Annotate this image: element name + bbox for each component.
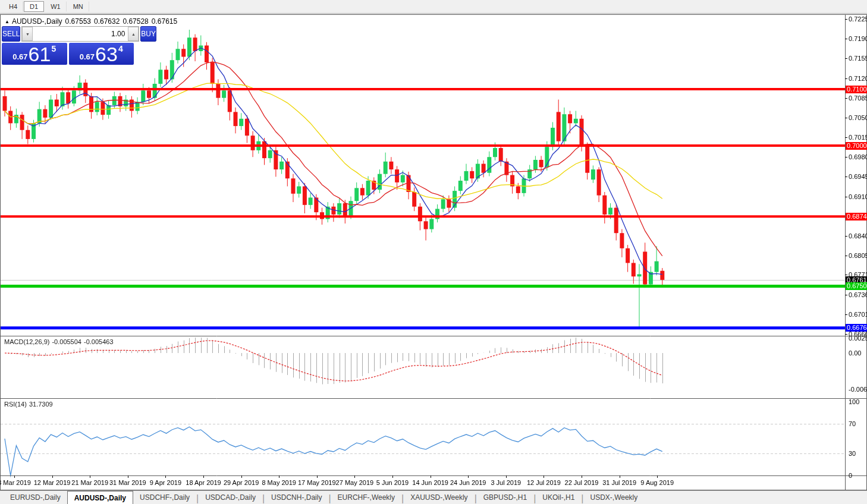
buy-price-prefix: 0.67 [80,52,95,61]
price-axis-label: 0.67010 [849,311,867,318]
chart-area[interactable] [0,0,867,504]
timeframe-toolbar: H4D1W1MN [0,0,867,14]
rsi-axis-label: 0 [849,472,852,479]
volume-stepper: ▼ ▲ [21,26,139,42]
price-axis-label: 0.67360 [849,291,867,298]
price-axis-label: 0.69800 [849,153,867,160]
price-tag: 0.68746 [846,213,867,220]
price-tag: 0.70002 [846,142,867,150]
price-tag: 0.66767 [846,324,867,332]
date-label: 14 Jun 2019 [412,479,448,486]
price-axis-label: 0.69100 [849,193,867,200]
date-label: 5 Jun 2019 [376,479,409,486]
timeframe-button-h4[interactable]: H4 [3,1,23,12]
sell-price-display[interactable]: 0.67 61 5 [2,43,67,65]
price-axis-label: 0.68400 [849,232,867,240]
buy-button[interactable]: BUY [140,26,156,42]
date-label: 27 May 2019 [336,479,374,486]
date-label: 3 Mar 2019 [0,479,31,486]
tab-eurchf-weekly[interactable]: EURCHF-,Weekly [331,491,401,504]
price-axis-label: 0.72250 [849,15,867,23]
tab-usdcad-daily[interactable]: USDCAD-,Daily [199,491,262,504]
one-click-trade-panel: SELL ▼ ▲ BUY 0.67 61 5 0.67 63 4 [2,26,134,65]
price-axis-label: 0.68050 [849,252,867,259]
tab-gbpusd-h1[interactable]: GBPUSD-,H1 [477,491,533,504]
volume-input[interactable] [33,27,128,41]
macd-name: MACD(12,26,9) [4,338,49,345]
sell-price-sup: 5 [51,44,56,53]
date-label: 22 Jul 2019 [565,479,599,486]
rsi-axis-label: 70 [849,420,856,427]
symbol-up-triangle-icon: ▲ [5,19,10,24]
date-label: 18 Apr 2019 [186,479,221,486]
price-axis-label: 0.69450 [849,173,867,180]
buy-price-big: 63 [95,45,118,64]
chart-tab-bar: EURUSD-,DailyAUDUSD-,DailyUSDCHF-,Daily|… [0,490,867,504]
chart-symbol-label: AUDUSD-,Daily [12,17,62,26]
date-label: 21 Mar 2019 [71,479,108,486]
rsi-value: 31.7309 [29,401,53,408]
buy-price-display[interactable]: 0.67 63 4 [69,43,134,65]
timeframe-button-mn[interactable]: MN [67,1,89,12]
macd-value-signal: -0.005463 [84,338,114,345]
volume-decrease-icon[interactable]: ▼ [22,27,33,41]
sell-button[interactable]: SELL [2,26,20,42]
buy-price-sup: 4 [118,44,123,53]
date-label: 3 Jul 2019 [491,479,521,486]
rsi-axis-label: 100 [849,398,859,405]
date-label: 17 May 2019 [298,479,336,486]
date-label: 24 Jun 2019 [450,479,486,486]
tab-audusd-daily[interactable]: AUDUSD-,Daily [67,491,133,504]
ohlc-low: 0.67528 [122,17,148,26]
price-axis-label: 0.71550 [849,55,867,62]
date-label: 12 Mar 2019 [34,479,71,486]
price-axis-label: 0.71200 [849,75,867,82]
macd-value-main: -0.005504 [52,338,81,345]
date-label: 9 Aug 2019 [640,479,674,486]
price-axis-label: 0.70500 [849,114,867,121]
date-label: 29 Apr 2019 [224,479,259,486]
macd-axis-label: -0.00632 [849,386,867,393]
price-axis-label: 0.70850 [849,94,867,102]
sell-price-prefix: 0.67 [12,52,27,61]
price-axis-label: 0.70150 [849,134,867,141]
price-axis-label: 0.71900 [849,35,867,42]
tab-usdchf-daily[interactable]: USDCHF-,Daily [133,491,196,504]
tab-usdx-weekly[interactable]: USDX-,Weekly [583,491,644,504]
tab-eurusd-daily[interactable]: EURUSD-,Daily [4,491,67,504]
tab-ukoil-h1[interactable]: UKOil-,H1 [536,491,581,504]
date-label: 31 Mar 2019 [109,479,146,486]
timeframe-button-d1[interactable]: D1 [24,1,44,12]
rsi-name: RSI(14) [4,401,27,408]
rsi-axis-label: 30 [849,450,856,457]
sell-price-big: 61 [29,45,51,64]
ohlc-close: 0.67615 [152,17,177,26]
timeframe-button-w1[interactable]: W1 [45,1,67,12]
chart-title: ▲AUDUSD-,Daily0.675530.676320.675280.676… [5,17,177,26]
price-tag: 0.67508 [846,282,867,290]
volume-increase-icon[interactable]: ▲ [128,27,139,41]
ohlc-high: 0.67632 [94,17,120,26]
price-tag: 0.71005 [846,86,867,93]
date-label: 8 May 2019 [262,479,296,486]
tab-xauusd-weekly[interactable]: XAUUSD-,Weekly [404,491,474,504]
date-label: 12 Jul 2019 [527,479,561,486]
ohlc-open: 0.67553 [65,17,91,26]
date-label: 9 Apr 2019 [150,479,181,486]
macd-axis-label: 0.002574 [849,335,867,342]
macd-label: MACD(12,26,9)-0.005504-0.005463 [4,338,116,345]
rsi-label: RSI(14)31.7309 [4,401,55,408]
date-label: 31 Jul 2019 [602,479,636,486]
tab-usdcnh-daily[interactable]: USDCNH-,Daily [265,491,328,504]
macd-axis-label: 0.00 [849,349,861,357]
